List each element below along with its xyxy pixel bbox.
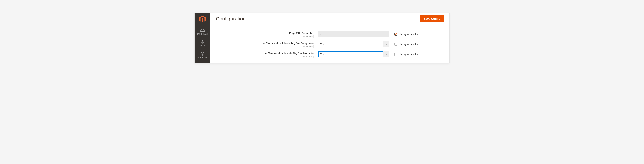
sidebar-item-label: SALES [200, 45, 206, 47]
use-system-value-label[interactable]: Use system value [399, 53, 418, 56]
sidebar-item-label: DASHBOARD [196, 33, 208, 35]
dollar-icon: $ [201, 40, 204, 44]
field-scope: [store view] [216, 55, 314, 58]
field-canonical-products: Use Canonical Link Meta Tag For Products… [216, 51, 444, 58]
main-content: Configuration Save Config Page Title Sep… [210, 13, 450, 63]
box-icon [200, 51, 204, 56]
use-system-value-checkbox[interactable] [394, 33, 397, 36]
chevron-down-icon [383, 51, 389, 57]
field-canonical-categories: Use Canonical Link Meta Tag For Categori… [216, 41, 444, 48]
sidebar-item-dashboard[interactable]: DASHBOARD [194, 26, 210, 37]
page-header: Configuration Save Config [210, 13, 450, 26]
admin-panel: DASHBOARD $ SALES CATALOG Configuration [194, 12, 450, 63]
chevron-down-icon [383, 41, 389, 47]
gauge-icon [200, 28, 205, 33]
svg-point-1 [202, 31, 203, 31]
field-control-col [318, 31, 389, 37]
field-label-col: Use Canonical Link Meta Tag For Products… [216, 51, 318, 58]
field-label: Use Canonical Link Meta Tag For Categori… [260, 42, 314, 45]
use-system-value-wrap: Use system value [389, 51, 418, 57]
field-label-col: Page Title Separator [store view] [216, 31, 318, 38]
sidebar-item-label: CATALOG [198, 56, 207, 58]
field-control-col: Yes [318, 51, 389, 57]
select-value: Yes [318, 53, 383, 56]
use-system-value-wrap: Use system value [389, 41, 418, 47]
field-label: Use Canonical Link Meta Tag For Products [262, 52, 314, 55]
page-title: Configuration [216, 16, 246, 22]
svg-text:$: $ [202, 40, 204, 44]
sidebar-item-sales[interactable]: $ SALES [194, 37, 210, 49]
canonical-categories-select[interactable]: Yes [318, 41, 389, 47]
field-label-col: Use Canonical Link Meta Tag For Categori… [216, 41, 318, 48]
use-system-value-wrap: Use system value [389, 31, 418, 37]
field-scope: [store view] [216, 35, 314, 38]
select-value: Yes [318, 43, 383, 46]
config-form: Page Title Separator [store view] Use sy… [210, 26, 450, 63]
use-system-value-label[interactable]: Use system value [399, 33, 418, 36]
field-page-title-separator: Page Title Separator [store view] Use sy… [216, 31, 444, 38]
page-title-separator-input[interactable] [318, 31, 389, 37]
magento-logo-icon [199, 15, 206, 23]
field-scope: [store view] [216, 45, 314, 48]
canonical-products-select[interactable]: Yes [318, 51, 389, 57]
field-label: Page Title Separator [289, 32, 314, 35]
use-system-value-label[interactable]: Use system value [399, 43, 418, 46]
field-control-col: Yes [318, 41, 389, 47]
save-config-button[interactable]: Save Config [420, 15, 444, 22]
sidebar-item-catalog[interactable]: CATALOG [194, 49, 210, 61]
use-system-value-checkbox[interactable] [394, 43, 397, 46]
admin-sidebar: DASHBOARD $ SALES CATALOG [194, 13, 210, 63]
use-system-value-checkbox[interactable] [394, 53, 397, 56]
sidebar-logo[interactable] [194, 13, 210, 26]
